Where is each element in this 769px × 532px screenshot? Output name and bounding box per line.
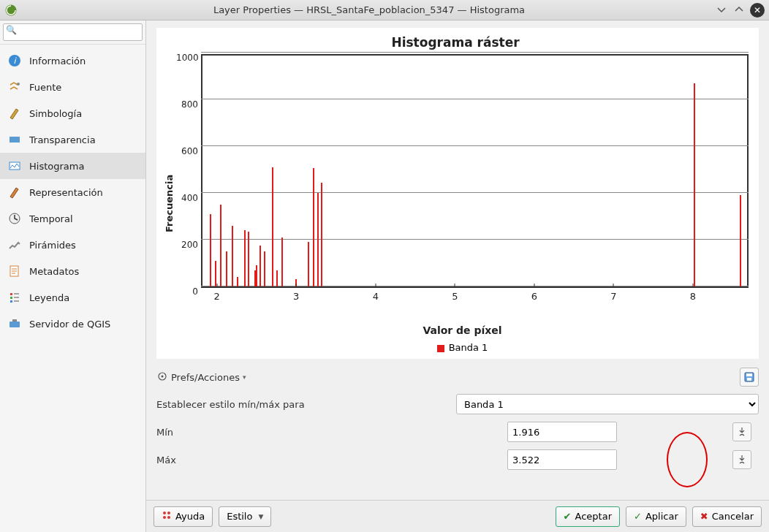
sidebar-item-información[interactable]: iInformación [0,48,145,74]
nav-icon [7,316,22,331]
min-input[interactable] [507,422,617,442]
sidebar-item-servidor-de-qgis[interactable]: Servidor de QGIS [0,311,145,337]
svg-point-21 [163,516,166,519]
svg-rect-12 [10,322,20,327]
dropdown-triangle-icon: ▼ [258,513,263,520]
sidebar-item-label: Servidor de QGIS [29,319,110,330]
sidebar-item-fuente[interactable]: Fuente [0,74,145,100]
pick-min-button[interactable] [732,422,751,441]
svg-rect-10 [10,297,12,299]
window-title: Layer Properties — HRSL_SantaFe_poblacio… [23,4,715,15]
x-axis: 2345678 [201,288,749,310]
nav-icon [7,132,22,147]
prefs-actions-button[interactable]: Prefs/Acciones ▾ [156,370,246,384]
nav-list: iInformaciónFuenteSimbologíaTransparenci… [0,45,145,337]
svg-point-15 [162,375,164,377]
pointer-icon [737,455,747,465]
svg-point-19 [163,512,166,514]
svg-rect-18 [747,378,751,381]
dialog-footer: Ayuda Estilo▼ ✔Aceptar ✓Aplicar ✖Cancela… [146,500,769,532]
y-axis-label: Frecuencia [162,54,176,353]
svg-rect-11 [10,300,12,303]
save-histogram-button[interactable] [740,368,759,387]
histogram-chart: Histograma ráster Frecuencia 02004006008… [156,28,759,359]
qgis-app-icon [4,4,18,17]
legend: Banda 1 [176,342,749,353]
nav-icon [7,159,22,173]
ok-button[interactable]: ✔Aceptar [556,506,620,527]
sidebar-item-leyenda[interactable]: Leyenda [0,284,145,311]
sidebar-item-pirámides[interactable]: Pirámides [0,232,145,258]
sidebar-item-label: Fuente [29,82,61,93]
legend-swatch [437,345,444,352]
sidebar-item-label: Temporal [29,213,73,224]
band-select-label: Establecer estilo mín/máx para [156,399,456,410]
min-label: Mín [156,427,456,438]
minimize-button[interactable] [715,3,728,16]
sidebar-item-representación[interactable]: Representación [0,179,145,205]
pick-max-button[interactable] [732,450,751,469]
legend-label: Banda 1 [449,342,488,353]
cancel-icon: ✖ [700,511,708,522]
nav-icon [7,211,22,226]
search-icon: 🔍 [6,25,17,35]
svg-rect-9 [10,293,12,295]
svg-rect-13 [12,319,17,322]
svg-point-3 [17,83,20,86]
sidebar-item-label: Leyenda [29,292,69,303]
sidebar-item-simbología[interactable]: Simbología [0,100,145,126]
help-icon [162,510,172,522]
nav-icon [7,264,22,278]
check-icon: ✓ [634,511,642,522]
style-button[interactable]: Estilo▼ [219,506,271,527]
nav-icon [7,185,22,200]
sidebar-item-label: Información [29,56,86,66]
sidebar-item-histograma[interactable]: Histograma [0,153,145,179]
band-select[interactable]: Banda 1 [456,394,759,414]
svg-rect-4 [10,137,20,142]
nav-icon: i [7,53,22,68]
save-icon [743,371,755,383]
titlebar: Layer Properties — HRSL_SantaFe_poblacio… [0,0,769,20]
svg-point-22 [167,516,170,519]
dropdown-triangle-icon: ▾ [243,373,246,381]
help-button[interactable]: Ayuda [154,506,213,527]
pointer-icon [737,427,747,437]
sidebar-item-label: Pirámides [29,240,76,251]
sidebar: 🔍 iInformaciónFuenteSimbologíaTransparen… [0,20,146,532]
maximize-button[interactable] [732,3,746,16]
check-icon: ✔ [564,511,572,522]
svg-rect-17 [746,373,752,376]
sidebar-item-label: Metadatos [29,266,79,277]
nav-icon [7,238,22,252]
nav-icon [7,80,22,94]
max-input[interactable] [507,449,617,470]
sidebar-item-metadatos[interactable]: Metadatos [0,258,145,284]
close-button[interactable]: ✕ [750,3,765,18]
cancel-button[interactable]: ✖Cancelar [692,506,762,527]
max-label: Máx [156,455,456,466]
nav-icon [7,290,22,305]
sidebar-item-label: Simbología [29,108,82,119]
sidebar-item-label: Representación [29,187,103,198]
nav-icon [7,106,22,121]
search-input[interactable] [3,23,143,41]
apply-button[interactable]: ✓Aplicar [626,506,686,527]
sidebar-item-label: Transparencia [29,134,96,145]
sidebar-item-transparencia[interactable]: Transparencia [0,126,145,153]
chart-title: Histograma ráster [162,35,749,50]
x-axis-label: Valor de píxel [176,324,749,336]
prefs-icon [156,370,168,384]
svg-point-20 [167,512,170,514]
sidebar-item-temporal[interactable]: Temporal [0,205,145,232]
plot-area: 02004006008001000 [201,54,749,288]
sidebar-item-label: Histograma [29,161,84,172]
